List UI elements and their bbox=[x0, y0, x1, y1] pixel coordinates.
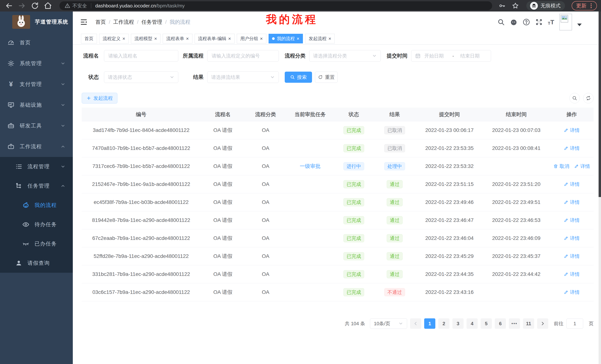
address-bar[interactable]: 不安全 dashboard.yudao.iocoder.cn /bpm/task… bbox=[60, 1, 492, 10]
github-icon[interactable] bbox=[510, 18, 517, 26]
page-button-1[interactable]: 1 bbox=[424, 318, 435, 329]
cell-result: 已取消 bbox=[373, 126, 416, 134]
sidebar-item-my-process[interactable]: 我的流程 bbox=[0, 196, 73, 215]
page-button-4[interactable]: 4 bbox=[467, 318, 478, 329]
page-size-select[interactable]: 10条/页 bbox=[370, 318, 407, 329]
search-button[interactable]: 搜索 bbox=[285, 72, 312, 83]
reload-icon[interactable] bbox=[31, 2, 39, 10]
breadcrumb-home[interactable]: 首页 bbox=[95, 19, 106, 26]
start-process-button[interactable]: 发起流程 bbox=[82, 93, 117, 104]
category-select[interactable]: 请选择流程分类 bbox=[309, 50, 381, 62]
home-icon[interactable] bbox=[44, 2, 52, 10]
sidebar-item-devtools[interactable]: 研发工具 bbox=[0, 115, 73, 136]
breadcrumb-task-mgmt[interactable]: 任务管理 bbox=[141, 19, 162, 26]
browser-menu-icon[interactable] bbox=[589, 3, 594, 9]
tab-6[interactable]: 我的流程× bbox=[269, 34, 303, 43]
result-select[interactable]: 请选择流结果 bbox=[207, 71, 279, 83]
goto-page-input[interactable] bbox=[566, 318, 583, 329]
logo-image bbox=[12, 15, 30, 29]
page-more-button[interactable]: ••• bbox=[509, 318, 520, 329]
password-key-icon[interactable] bbox=[499, 2, 506, 9]
update-button[interactable]: 更新 bbox=[572, 1, 597, 10]
detail-link[interactable]: 详情 bbox=[564, 181, 580, 188]
current-task-link[interactable]: 一级审批 bbox=[300, 163, 321, 169]
search-icon[interactable] bbox=[497, 18, 505, 26]
page-button-5[interactable]: 5 bbox=[481, 318, 492, 329]
prev-page-button[interactable] bbox=[410, 318, 421, 329]
toggle-search-button[interactable] bbox=[570, 93, 580, 103]
back-icon[interactable] bbox=[5, 2, 13, 10]
close-icon[interactable]: × bbox=[328, 36, 331, 41]
close-icon[interactable]: × bbox=[186, 36, 189, 41]
tab-5[interactable]: 用户分组× bbox=[237, 34, 266, 43]
detail-link[interactable]: 详情 bbox=[564, 253, 580, 259]
table-row: 3ad174fb-7b9d-11ec-8404-acde48001122OA 请… bbox=[82, 121, 594, 139]
cancel-link[interactable]: 取消 bbox=[553, 163, 569, 170]
sidebar-item-task-mgmt[interactable]: 任务管理 bbox=[0, 176, 73, 196]
filter-label-name: 流程名 bbox=[82, 52, 99, 59]
process-id-input[interactable] bbox=[207, 50, 279, 62]
detail-link[interactable]: 详情 bbox=[564, 235, 580, 241]
column-header: 结束时间 bbox=[483, 111, 550, 118]
refresh-table-button[interactable] bbox=[583, 93, 594, 103]
status-badge: 已完成 bbox=[343, 180, 364, 188]
page-button-3[interactable]: 3 bbox=[452, 318, 464, 329]
forward-icon[interactable] bbox=[18, 2, 26, 10]
sidebar-item-done-tasks[interactable]: 已办任务 bbox=[0, 234, 73, 253]
cell-process-name: OA 请假 bbox=[200, 253, 245, 260]
close-icon[interactable]: × bbox=[122, 36, 125, 41]
detail-link[interactable]: 详情 bbox=[564, 199, 580, 206]
cell-result: 通过 bbox=[373, 270, 416, 278]
sidebar-item-system[interactable]: 系统管理 bbox=[0, 53, 73, 74]
filter-label-status: 状态 bbox=[82, 74, 99, 81]
detail-link[interactable]: 详情 bbox=[564, 217, 580, 224]
detail-link[interactable]: 详情 bbox=[574, 163, 590, 170]
tab-4[interactable]: 流程表单-编辑× bbox=[195, 34, 235, 43]
sidebar-item-home[interactable]: 首页 bbox=[0, 32, 73, 53]
sidebar-item-workflow[interactable]: 工作流程 bbox=[0, 136, 73, 157]
sidebar-item-todo-tasks[interactable]: 待办任务 bbox=[0, 215, 73, 234]
next-page-button[interactable] bbox=[537, 318, 548, 329]
sidebar-item-payment[interactable]: ¥ 支付管理 bbox=[0, 74, 73, 95]
tab-7[interactable]: 发起流程× bbox=[305, 34, 335, 43]
page-button-6[interactable]: 6 bbox=[495, 318, 506, 329]
fullscreen-icon[interactable] bbox=[535, 18, 543, 26]
sidebar-item-process-mgmt[interactable]: 流程管理 bbox=[0, 157, 73, 176]
page-button-2[interactable]: 2 bbox=[438, 318, 450, 329]
cell-status: 已完成 bbox=[334, 234, 373, 242]
avatar-dropdown-caret[interactable] bbox=[577, 24, 582, 26]
detail-link[interactable]: 详情 bbox=[564, 145, 580, 152]
breadcrumb-workflow[interactable]: 工作流程 bbox=[113, 19, 134, 26]
detail-link[interactable]: 详情 bbox=[564, 127, 580, 134]
tab-1[interactable]: 流程定义× bbox=[99, 34, 129, 43]
font-size-icon[interactable]: TT bbox=[548, 18, 554, 26]
scrollbar-thumb[interactable] bbox=[599, 11, 601, 197]
help-icon[interactable] bbox=[523, 18, 530, 26]
status-select[interactable]: 请选择状态 bbox=[104, 71, 178, 83]
process-name-input[interactable] bbox=[104, 50, 178, 62]
bookmark-star-icon[interactable] bbox=[512, 2, 519, 9]
cell-end-time: 2022-01-23 00:07:03 bbox=[483, 127, 550, 133]
cell-result: 处理中 bbox=[373, 162, 416, 170]
close-icon[interactable]: × bbox=[228, 36, 231, 41]
tab-3[interactable]: 流程表单× bbox=[163, 34, 192, 43]
sidebar-item-infrastructure[interactable]: 基础设施 bbox=[0, 95, 73, 115]
tab-2[interactable]: 流程模型× bbox=[131, 34, 160, 43]
page-button-11[interactable]: 11 bbox=[523, 318, 534, 329]
reset-button[interactable]: 重置 bbox=[315, 72, 338, 83]
scrollbar[interactable] bbox=[599, 11, 601, 364]
close-icon[interactable]: × bbox=[154, 36, 157, 41]
detail-link[interactable]: 详情 bbox=[564, 271, 580, 278]
cell-status: 已完成 bbox=[334, 252, 373, 260]
hamburger-icon[interactable] bbox=[80, 18, 88, 26]
close-icon[interactable]: × bbox=[297, 36, 299, 41]
column-header: 流程名 bbox=[200, 111, 245, 118]
close-icon[interactable]: × bbox=[260, 36, 263, 41]
avatar[interactable] bbox=[559, 14, 572, 30]
sidebar-item-leave-query[interactable]: 请假查询 bbox=[0, 253, 73, 273]
detail-link[interactable]: 详情 bbox=[564, 289, 580, 296]
submit-time-range[interactable]: 开始日期 - 结束日期 bbox=[411, 50, 491, 62]
cell-process-name: OA 请假 bbox=[200, 217, 245, 224]
tab-0[interactable]: 首页 bbox=[81, 34, 97, 43]
result-badge: 通过 bbox=[387, 252, 403, 260]
